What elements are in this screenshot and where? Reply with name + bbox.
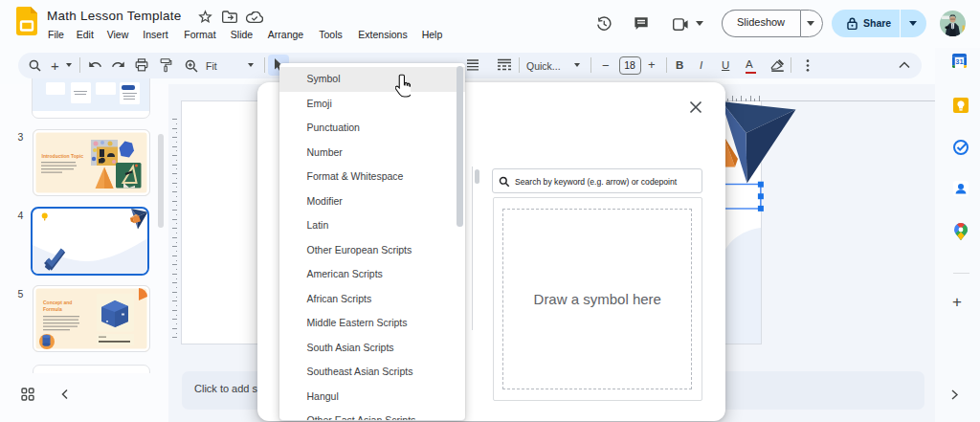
svg-text:Formula: Formula bbox=[43, 306, 62, 312]
svg-text:Introduction Topic: Introduction Topic bbox=[41, 153, 83, 159]
svg-text:31: 31 bbox=[955, 56, 963, 65]
svg-text:Concept and: Concept and bbox=[43, 300, 72, 305]
